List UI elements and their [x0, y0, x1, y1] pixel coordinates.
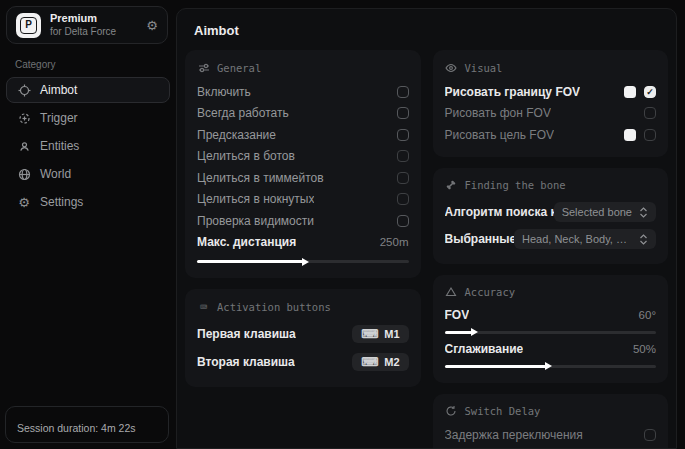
toggle-label: Целиться в ботов: [197, 149, 295, 163]
panel-finding-the-bone: Finding the bone Алгоритм поиска костей …: [433, 168, 669, 264]
toggle-row: Всегда работать: [197, 103, 409, 125]
color-swatch[interactable]: [624, 129, 636, 141]
panel-title: Finding the bone: [465, 179, 566, 191]
sidebar-item-label: Aimbot: [40, 83, 77, 97]
slider-value: 250m: [380, 236, 409, 248]
sliders-icon: [197, 61, 210, 74]
checkbox[interactable]: [397, 150, 409, 162]
right-column: Visual Рисовать границу FOV Рисовать фон…: [433, 50, 669, 449]
sidebar-item-label: Trigger: [40, 111, 78, 125]
select-row: Выбранные кости Head, Neck, Body, Pe...: [445, 226, 657, 253]
checkbox[interactable]: [644, 429, 656, 441]
panel-title: Visual: [465, 62, 503, 74]
keyboard-icon: ⌨: [361, 356, 378, 368]
toggle-label: Рисовать границу FOV: [445, 85, 581, 99]
left-column: General Включить Всегда работать Предска…: [185, 50, 421, 387]
checkbox[interactable]: [397, 215, 409, 227]
checkbox[interactable]: [397, 107, 409, 119]
keybind-row: Первая клавиша ⌨ M1: [197, 320, 409, 348]
slider-thumb[interactable]: [302, 258, 309, 266]
panel-accuracy: Accuracy FOV 60° Сглаживание 50%: [433, 275, 669, 383]
toggle-row: Проверка видимости: [197, 210, 409, 232]
brand-title: Premium: [50, 12, 116, 26]
brand-logo-letter: P: [20, 17, 37, 34]
toggle-label: Целиться в нокнутых: [197, 192, 314, 206]
keybind-button[interactable]: ⌨ M1: [352, 325, 409, 343]
select-row: Алгоритм поиска костей Selected bone: [445, 199, 657, 226]
keyboard-icon: ⌨: [197, 300, 210, 313]
rotate-clock-icon: [445, 405, 458, 418]
checkbox[interactable]: [644, 129, 656, 141]
sidebar-item-world[interactable]: World: [6, 161, 170, 187]
toggle-row: Предсказание: [197, 124, 409, 146]
toggle-label: Целиться в тиммейтов: [197, 171, 324, 185]
brand-text: Premium for Delta Force: [50, 12, 116, 38]
panel-activation-header: ⌨ Activation buttons: [197, 300, 409, 313]
toggle-label: Включить: [197, 85, 251, 99]
keybind-label: Вторая клавиша: [197, 355, 295, 369]
slider-row: FOV 60°: [445, 306, 657, 324]
unfold-icon: [639, 207, 648, 218]
checkbox[interactable]: [397, 86, 409, 98]
eye-icon: [445, 61, 458, 74]
panel-visual: Visual Рисовать границу FOV Рисовать фон…: [433, 50, 669, 157]
checkbox[interactable]: [644, 86, 656, 98]
gear-icon: ⚙: [17, 195, 31, 209]
toggle-label: Рисовать фон FOV: [445, 106, 551, 120]
sidebar-item-label: World: [40, 167, 71, 181]
category-label: Category: [15, 59, 176, 70]
slider-value: 50%: [633, 343, 656, 355]
toggle-label: Проверка видимости: [197, 214, 314, 228]
sidebar-item-label: Settings: [40, 195, 83, 209]
page-title: Aimbot: [194, 23, 668, 38]
keybind-button[interactable]: ⌨ M2: [352, 353, 409, 371]
sidebar-item-aimbot[interactable]: Aimbot: [6, 77, 170, 103]
toggle-row: Рисовать фон FOV: [445, 103, 657, 125]
toggle-row: Целиться в ботов: [197, 146, 409, 168]
slider-value: 60°: [639, 309, 656, 321]
bone-algorithm-select[interactable]: Selected bone: [554, 202, 656, 222]
select-value: Head, Neck, Body, Pe...: [522, 233, 632, 245]
slider-thumb[interactable]: [545, 362, 552, 370]
toggle-row: Рисовать цель FOV: [445, 124, 657, 146]
brand-logo: P: [16, 13, 41, 38]
gear-icon[interactable]: ⚙: [146, 19, 158, 32]
slider-thumb[interactable]: [471, 328, 478, 336]
color-swatch[interactable]: [624, 86, 636, 98]
panel-title: General: [217, 62, 261, 74]
toggle-label: Всегда работать: [197, 106, 289, 120]
bone-icon: [445, 179, 458, 192]
toggle-row: Задержка переключения: [445, 425, 657, 447]
toggle-row: Включить: [197, 81, 409, 103]
select-label: Алгоритм поиска костей: [445, 205, 554, 219]
panel-visual-header: Visual: [445, 61, 657, 74]
checkbox[interactable]: [397, 193, 409, 205]
unfold-icon: [639, 234, 648, 245]
slider-row: Макс. дистанция 250m: [197, 232, 409, 254]
sidebar-item-label: Entities: [40, 139, 79, 153]
sidebar-item-trigger[interactable]: Trigger: [6, 105, 170, 131]
panel-bone-header: Finding the bone: [445, 179, 657, 192]
selected-bones-select[interactable]: Head, Neck, Body, Pe...: [514, 229, 656, 249]
sidebar-item-settings[interactable]: ⚙ Settings: [6, 189, 170, 215]
fov-slider[interactable]: [445, 331, 657, 334]
keyboard-icon: ⌨: [361, 328, 378, 340]
slider-label: Сглаживание: [445, 342, 524, 356]
panel-accuracy-header: Accuracy: [445, 286, 657, 299]
keybind-value: M2: [384, 356, 399, 368]
toggle-label: Предсказание: [197, 128, 276, 142]
panel-title: Accuracy: [465, 286, 516, 298]
sidebar-item-entities[interactable]: Entities: [6, 133, 170, 159]
globe-icon: [17, 167, 31, 181]
slider-label: FOV: [445, 308, 470, 322]
sidebar: P Premium for Delta Force ⚙ Category Aim…: [0, 0, 176, 449]
brand-subtitle: for Delta Force: [50, 26, 116, 39]
toggle-label: Задержка переключения: [445, 428, 583, 442]
panel-general: General Включить Всегда работать Предска…: [185, 50, 421, 278]
checkbox[interactable]: [397, 129, 409, 141]
max-distance-slider[interactable]: [197, 260, 409, 263]
checkbox[interactable]: [644, 107, 656, 119]
select-label: Выбранные кости: [445, 232, 515, 246]
checkbox[interactable]: [397, 172, 409, 184]
smoothing-slider[interactable]: [445, 365, 657, 368]
